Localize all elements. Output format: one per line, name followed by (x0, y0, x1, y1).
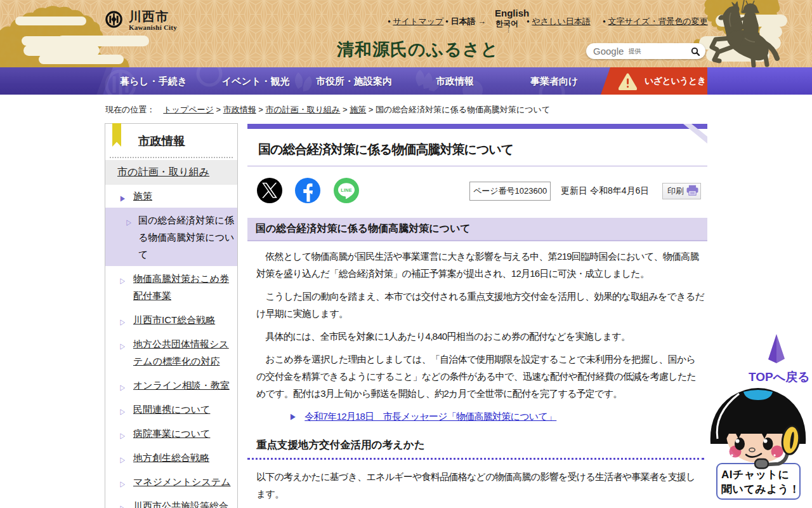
svg-text:LINE: LINE (341, 187, 351, 193)
